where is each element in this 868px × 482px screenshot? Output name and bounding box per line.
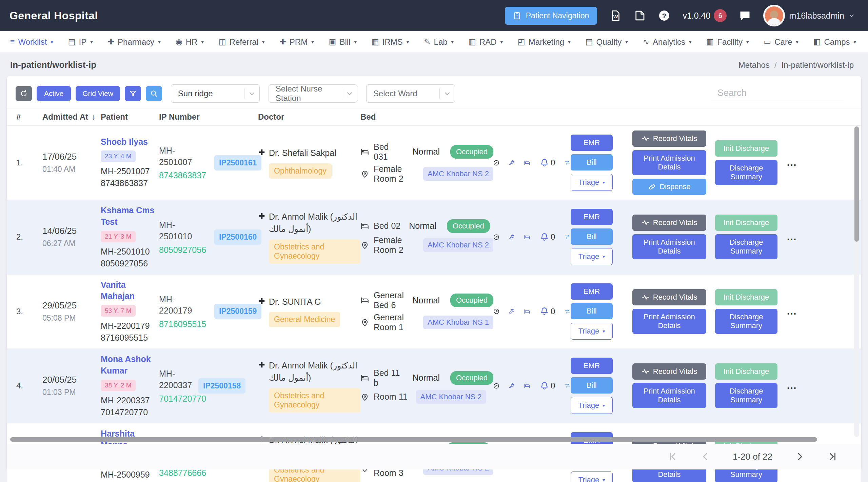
horizontal-scrollbar-thumb[interactable] <box>10 437 817 442</box>
help-icon[interactable] <box>658 9 670 22</box>
patient-name-link[interactable]: Kshama Cms Test <box>101 205 159 228</box>
nav-item-pharmacy[interactable]: ✚Pharmacy▾ <box>108 37 161 47</box>
patient-name-link[interactable]: Vanita Mahajan <box>101 279 159 302</box>
transfer-out-icon[interactable] <box>493 306 499 316</box>
user-menu[interactable]: m16labsadmin <box>763 5 855 26</box>
swap-icon[interactable] <box>564 158 571 168</box>
nav-item-hr[interactable]: ◉HR▾ <box>176 37 204 47</box>
services-wrench-icon[interactable] <box>509 306 515 316</box>
active-filter-button[interactable]: Active <box>37 86 71 101</box>
vertical-scrollbar[interactable] <box>854 126 859 437</box>
alerts-bell[interactable]: 0 <box>539 158 555 168</box>
grid-view-button[interactable]: Grid View <box>76 86 120 101</box>
services-wrench-icon[interactable] <box>509 158 515 168</box>
record-vitals-button[interactable]: Record Vitals <box>632 363 706 380</box>
bed-transfer-icon[interactable] <box>524 158 530 168</box>
ip-number-badge[interactable]: IP2500160 <box>214 229 261 245</box>
nav-item-camps[interactable]: ◧Camps▾ <box>813 37 856 47</box>
init-discharge-button[interactable]: Init Discharge <box>715 289 777 305</box>
refresh-button[interactable] <box>16 86 32 101</box>
patient-name-link[interactable]: Shoeb Ilyas <box>101 136 148 148</box>
transfer-out-icon[interactable] <box>493 158 499 168</box>
services-wrench-icon[interactable] <box>509 232 515 242</box>
record-vitals-button[interactable]: Record Vitals <box>632 130 706 147</box>
center-select[interactable]: Sun ridge <box>171 84 260 103</box>
more-actions-button[interactable]: ... <box>787 306 803 317</box>
filter-button[interactable] <box>125 86 141 101</box>
init-discharge-button[interactable]: Init Discharge <box>715 363 777 380</box>
print-admission-details-button[interactable]: Print Admission Details <box>632 309 706 334</box>
word-document-icon[interactable] <box>609 9 622 22</box>
nav-item-ip[interactable]: ▤IP▾ <box>68 37 93 47</box>
bed-transfer-icon[interactable] <box>524 232 530 242</box>
triage-dropdown-button[interactable]: Triage▾ <box>571 397 613 414</box>
bill-button[interactable]: Bill <box>571 154 613 170</box>
ip-number-badge[interactable]: IP2500159 <box>214 304 261 319</box>
bill-button[interactable]: Bill <box>571 228 613 245</box>
quick-search-button[interactable] <box>146 86 162 101</box>
nav-item-care[interactable]: ▭Care▾ <box>764 37 798 47</box>
print-admission-details-button[interactable]: Print Admission Details <box>632 383 706 408</box>
nav-item-lab[interactable]: ✎Lab▾ <box>424 37 454 47</box>
horizontal-scrollbar[interactable] <box>10 437 846 442</box>
ward-select[interactable]: Select Ward <box>366 84 455 103</box>
swap-icon[interactable] <box>564 232 571 242</box>
previous-page-icon[interactable] <box>700 451 710 462</box>
column-header-doctor[interactable]: Doctor <box>258 112 360 122</box>
nav-item-rad[interactable]: ▥RAD▾ <box>469 37 503 47</box>
more-actions-button[interactable]: ... <box>787 380 803 391</box>
more-actions-button[interactable]: ... <box>787 232 803 242</box>
services-wrench-icon[interactable] <box>509 381 515 391</box>
bed-transfer-icon[interactable] <box>524 381 530 391</box>
nav-item-facility[interactable]: ▥Facility▾ <box>707 37 749 47</box>
transfer-out-icon[interactable] <box>493 381 499 391</box>
column-header-admitted-at[interactable]: Admitted At↓ <box>42 112 101 122</box>
notification-count-badge[interactable]: 6 <box>714 9 727 22</box>
nav-item-analytics[interactable]: ∿Analytics▾ <box>643 37 692 47</box>
bill-button[interactable]: Bill <box>571 377 613 394</box>
next-page-icon[interactable] <box>795 451 805 462</box>
patient-navigation-button[interactable]: Patient Navigation <box>505 7 597 25</box>
breadcrumb-root[interactable]: Metahos <box>738 60 770 70</box>
print-admission-details-button[interactable]: Print Admission Details <box>632 150 706 175</box>
patient-name-link[interactable]: Mona Ashok Kumar <box>101 354 159 377</box>
nav-item-prm[interactable]: ✚PRM▾ <box>280 37 314 47</box>
record-vitals-button[interactable]: Record Vitals <box>632 289 706 305</box>
emr-button[interactable]: EMR <box>571 135 613 151</box>
bill-button[interactable]: Bill <box>571 303 613 319</box>
sort-descending-icon[interactable]: ↓ <box>92 112 96 121</box>
last-page-icon[interactable] <box>827 451 837 462</box>
dispense-button[interactable]: Dispense <box>632 179 706 195</box>
discharge-summary-button[interactable]: Discharge Summary <box>715 309 777 334</box>
nav-item-bill[interactable]: ▣Bill▾ <box>329 37 357 47</box>
nav-item-irms[interactable]: ▦IRMS▾ <box>372 37 409 47</box>
bed-transfer-icon[interactable] <box>524 306 530 317</box>
column-header-patient[interactable]: Patient <box>101 112 159 122</box>
nav-item-worklist[interactable]: ≡Worklist▾ <box>10 37 53 47</box>
print-admission-details-button[interactable]: Print Admission Details <box>632 234 706 259</box>
nav-item-referral[interactable]: ◫Referral▾ <box>219 37 265 47</box>
discharge-summary-button[interactable]: Discharge Summary <box>715 234 777 259</box>
vertical-scrollbar-thumb[interactable] <box>854 126 859 242</box>
emr-button[interactable]: EMR <box>571 209 613 225</box>
discharge-summary-button[interactable]: Discharge Summary <box>715 383 777 408</box>
alerts-bell[interactable]: 0 <box>539 306 555 316</box>
search-input[interactable] <box>717 88 837 98</box>
transfer-out-icon[interactable] <box>493 232 499 242</box>
column-header-ip-number[interactable]: IP Number <box>159 112 258 122</box>
nav-item-quality[interactable]: ▤Quality▾ <box>586 37 628 47</box>
triage-dropdown-button[interactable]: Triage▾ <box>571 323 613 340</box>
triage-dropdown-button[interactable]: Triage▾ <box>571 471 613 482</box>
column-header-bed[interactable]: Bed <box>360 112 493 122</box>
nav-item-marketing[interactable]: ◰Marketing▾ <box>518 37 571 47</box>
discharge-summary-button[interactable]: Discharge Summary <box>715 160 777 185</box>
nurse-station-select[interactable]: Select Nurse Station <box>269 84 357 103</box>
init-discharge-button[interactable]: Init Discharge <box>715 140 777 157</box>
alerts-bell[interactable]: 0 <box>539 232 555 242</box>
emr-button[interactable]: EMR <box>571 358 613 374</box>
swap-icon[interactable] <box>564 306 571 317</box>
record-vitals-button[interactable]: Record Vitals <box>632 215 706 231</box>
ip-number-badge[interactable]: IP2500161 <box>214 155 261 170</box>
triage-dropdown-button[interactable]: Triage▾ <box>571 248 613 265</box>
init-discharge-button[interactable]: Init Discharge <box>715 215 777 231</box>
